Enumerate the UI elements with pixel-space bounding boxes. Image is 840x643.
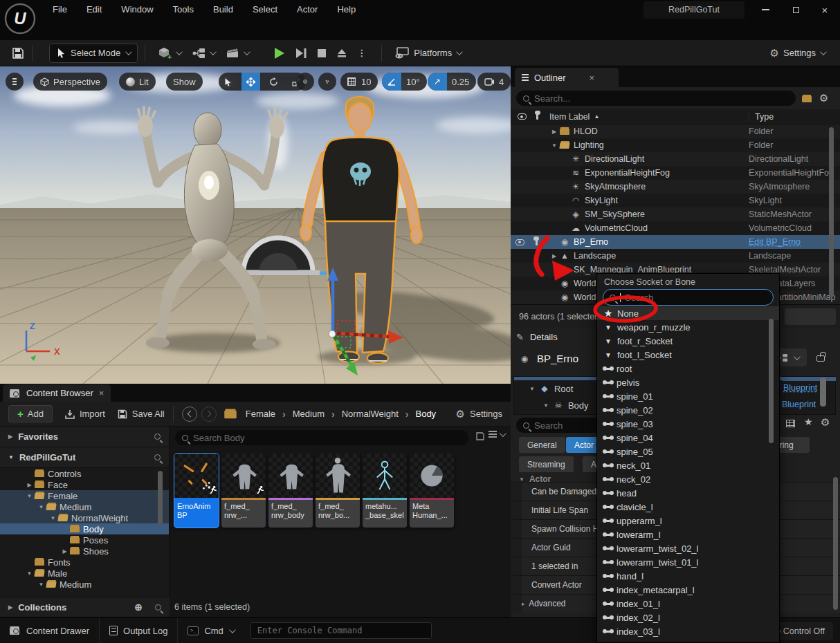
bone-item-index_metacarpal_l[interactable]: index_metacarpal_l	[597, 583, 780, 597]
menu-select[interactable]: Select	[243, 0, 287, 19]
tree-item-face[interactable]: ▶Face	[0, 479, 169, 490]
outliner-row[interactable]: BP_ErnoEdit BP_Erno	[511, 235, 840, 249]
import-button[interactable]: Import	[65, 409, 105, 419]
output-log-button[interactable]: Output Log	[100, 618, 178, 643]
world-space-toggle[interactable]	[296, 73, 314, 91]
bone-list-scrollbar[interactable]	[769, 319, 774, 443]
tree-item-fonts[interactable]: Fonts	[0, 557, 169, 568]
outliner-row[interactable]: ▶HLODFolder	[511, 124, 840, 138]
pin-icon[interactable]	[536, 239, 538, 245]
asset-tile[interactable]: ErnoAnim BP	[174, 454, 219, 528]
outliner-column-header[interactable]: Item Label ▲ Type	[511, 109, 840, 124]
viewport-perspective-dropdown[interactable]: Perspective	[33, 73, 107, 91]
favorites-header[interactable]: ▶ Favorites	[0, 427, 169, 447]
maximize-button[interactable]	[782, 0, 810, 19]
camera-speed-control[interactable]: 4	[477, 73, 511, 91]
content-drawer-button[interactable]: Content Drawer	[0, 618, 100, 643]
bone-item-index_02_l[interactable]: index_02_l	[597, 611, 780, 624]
unreal-logo-icon[interactable]: U	[3, 2, 37, 35]
asset-tile[interactable]: metahu... _base_skel	[363, 454, 407, 528]
add-collection-icon[interactable]: ⊕	[134, 602, 143, 613]
outliner-view-options[interactable]	[785, 308, 836, 325]
filter-dropdown[interactable]	[489, 431, 504, 438]
bone-item-foot_l_socket[interactable]: foot_l_Socket	[597, 348, 780, 362]
edit-blueprint-link[interactable]: Edit BP_Erno	[749, 237, 801, 247]
asset-search-input[interactable]: Search Body	[175, 430, 468, 445]
outliner-row[interactable]: VolumetricCloudVolumetricCloud	[511, 221, 840, 235]
blueprints-dropdown[interactable]	[186, 44, 220, 63]
tree-item-medium[interactable]: ▼Medium	[0, 501, 169, 512]
bone-item-foot_r_socket[interactable]: foot_r_Socket	[597, 334, 780, 348]
filter-tab-streaming[interactable]: Streaming	[519, 456, 574, 472]
outliner-row[interactable]: ▶LandscapeLandscape	[511, 249, 840, 263]
bone-item-lowerarm_twist_02_l[interactable]: lowerarm_twist_02_l	[597, 541, 780, 555]
details-scrollbar[interactable]	[833, 477, 838, 610]
expander-icon[interactable]: ▼	[529, 386, 535, 392]
platforms-dropdown[interactable]: Platforms	[389, 44, 466, 63]
tree-item-controls[interactable]: Controls	[0, 468, 169, 479]
bone-item-upperarm_l[interactable]: upperarm_l	[597, 514, 780, 528]
surface-snapping-toggle[interactable]	[318, 73, 336, 91]
bone-search-input[interactable]: Search	[603, 289, 774, 306]
move-tool-active[interactable]	[241, 73, 260, 91]
bone-item-pelvis[interactable]: pelvis	[597, 375, 780, 389]
outliner-row[interactable]: DirectionalLightDirectionalLight	[511, 152, 840, 166]
search-icon[interactable]	[154, 434, 161, 440]
expander-icon[interactable]: ▼	[25, 570, 34, 577]
rotate-tool[interactable]	[264, 77, 283, 86]
asset-tile[interactable]: Meta Human_...	[410, 454, 454, 528]
favorites-star-icon[interactable]: ★	[804, 416, 813, 427]
menu-edit[interactable]: Edit	[77, 0, 111, 19]
content-browser-tab[interactable]: Content Browser ×	[3, 384, 111, 402]
expander-icon[interactable]: ▶	[25, 482, 34, 488]
type-column[interactable]: Type	[749, 112, 840, 122]
display-mode-icon[interactable]	[786, 420, 795, 427]
rotation-snap-control[interactable]: 10°	[382, 73, 427, 91]
add-actor-dropdown[interactable]: +	[152, 44, 186, 63]
bone-item-spine_03[interactable]: spine_03	[597, 417, 780, 431]
tree-item-medium[interactable]: ▼Medium	[0, 579, 169, 590]
expander-icon[interactable]: ▼	[543, 402, 549, 409]
bone-item-clavicle_l[interactable]: clavicle_l	[597, 500, 780, 514]
expander-icon[interactable]: ▼	[25, 493, 34, 499]
outliner-scrollbar[interactable]	[829, 127, 834, 297]
tree-item-female[interactable]: ▼Female	[0, 490, 169, 501]
viewport-show-dropdown[interactable]: Show	[166, 73, 203, 91]
details-tab[interactable]: ✎ Details	[516, 332, 558, 342]
collections-header[interactable]: ▶ Collections ⊕	[0, 597, 170, 617]
save-icon[interactable]	[11, 46, 25, 60]
viewport-lit-dropdown[interactable]: Lit	[119, 73, 156, 91]
lock-icon[interactable]	[816, 355, 825, 362]
outliner-row[interactable]: SM_SkySphereStaticMeshActor	[511, 207, 840, 221]
skip-frame-button[interactable]	[295, 48, 307, 59]
asset-tile[interactable]: f_med_ nrw_...	[221, 454, 266, 528]
breadcrumb-medium[interactable]: Medium	[293, 409, 325, 419]
viewport-options-menu[interactable]	[6, 73, 24, 91]
blueprint-link-2[interactable]: Blueprint	[782, 400, 816, 409]
tree-scrollbar[interactable]	[158, 471, 163, 525]
tree-item-shoes[interactable]: ▶Shoes	[0, 546, 169, 557]
expander-icon[interactable]: ▶	[549, 129, 559, 135]
select-tool[interactable]	[219, 77, 237, 86]
bone-item-lowerarm_twist_01_l[interactable]: lowerarm_twist_01_l	[597, 555, 780, 569]
create-folder-icon[interactable]	[801, 93, 812, 104]
save-all-button[interactable]: Save All	[118, 409, 165, 419]
tree-item-normalweight[interactable]: ▼NormalWeight	[0, 512, 169, 523]
play-button[interactable]	[273, 47, 285, 59]
outliner-search-input[interactable]: Search...	[516, 91, 796, 106]
content-browser-tab-close-icon[interactable]: ×	[99, 388, 104, 398]
outliner-tab-close-icon[interactable]: ×	[590, 73, 595, 83]
cb-settings-dropdown[interactable]: ⚙ Settings	[456, 408, 502, 420]
breadcrumb-female[interactable]: Female	[246, 409, 275, 419]
select-mode-dropdown[interactable]: Select Mode	[49, 44, 138, 63]
menu-build[interactable]: Build	[203, 0, 243, 19]
cmd-dropdown[interactable]: >_ Cmd	[178, 618, 243, 643]
menu-help[interactable]: Help	[327, 0, 365, 19]
outliner-row[interactable]: SkyLightSkyLight	[511, 194, 840, 207]
bone-item-neck_02[interactable]: neck_02	[597, 472, 780, 486]
stop-button[interactable]	[317, 48, 327, 58]
visibility-column-icon[interactable]	[518, 113, 527, 120]
tree-item-male[interactable]: ▼Male	[0, 568, 169, 579]
bone-item-hand_l[interactable]: hand_l	[597, 569, 780, 583]
search-icon[interactable]	[154, 454, 161, 460]
